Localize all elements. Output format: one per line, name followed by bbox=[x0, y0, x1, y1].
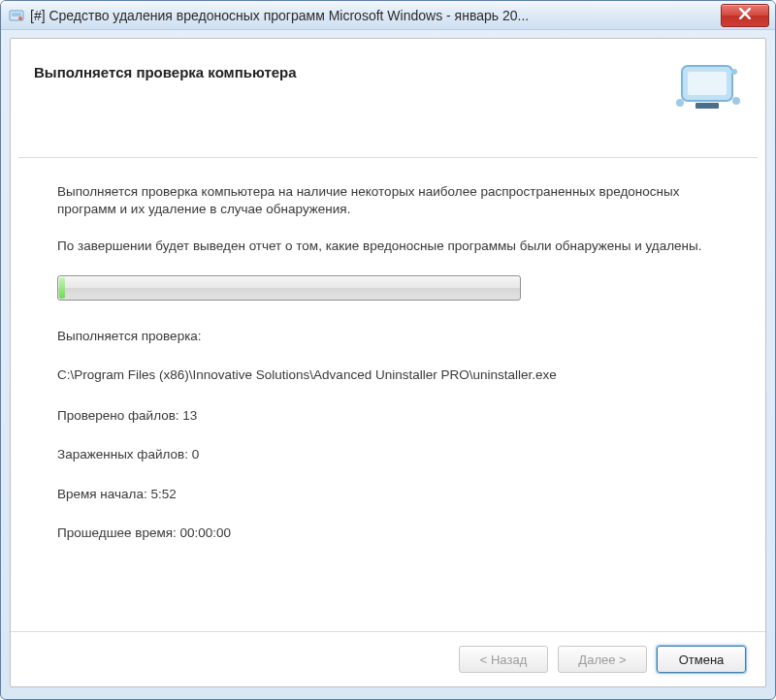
description-1: Выполняется проверка компьютера на налич… bbox=[57, 183, 719, 218]
progress-bar bbox=[57, 275, 521, 301]
elapsed-time: Прошедшее время: 00:00:00 bbox=[57, 525, 719, 542]
client-area: Выполняется проверка компьютера Выполняе… bbox=[10, 38, 766, 687]
svg-rect-4 bbox=[688, 72, 727, 95]
svg-point-2 bbox=[18, 16, 22, 20]
files-scanned-label: Проверено файлов: bbox=[57, 408, 179, 423]
close-icon bbox=[739, 8, 751, 22]
files-scanned-value: 13 bbox=[182, 408, 197, 423]
cancel-button[interactable]: Отмена bbox=[657, 646, 746, 673]
monitor-scan-icon bbox=[672, 60, 742, 114]
files-infected-value: 0 bbox=[192, 447, 200, 461]
elapsed-time-label: Прошедшее время: bbox=[57, 525, 177, 540]
status-block: Выполняется проверка: C:\Program Files (… bbox=[57, 328, 719, 542]
page-title: Выполняется проверка компьютера bbox=[34, 64, 672, 80]
start-time-value: 5:52 bbox=[150, 487, 176, 501]
description-2: По завершении будет выведен отчет о том,… bbox=[57, 238, 719, 255]
wizard-header: Выполняется проверка компьютера bbox=[11, 39, 765, 142]
current-path: C:\Program Files (x86)\Innovative Soluti… bbox=[57, 366, 719, 384]
start-time-label: Время начала: bbox=[57, 487, 147, 501]
svg-rect-5 bbox=[695, 103, 719, 109]
svg-point-7 bbox=[731, 69, 737, 75]
app-icon bbox=[9, 8, 24, 23]
start-time: Время начала: 5:52 bbox=[57, 486, 719, 503]
files-scanned: Проверено файлов: 13 bbox=[57, 407, 719, 425]
wizard-footer: < Назад Далее > Отмена bbox=[11, 631, 765, 686]
progress-fill bbox=[59, 277, 65, 299]
svg-point-8 bbox=[732, 97, 740, 105]
wizard-body: Выполняется проверка компьютера на налич… bbox=[11, 158, 765, 631]
close-button[interactable] bbox=[721, 4, 769, 27]
window-frame: [#] Средство удаления вредоносных програ… bbox=[0, 0, 776, 700]
back-button: < Назад bbox=[459, 646, 548, 673]
scanning-label: Выполняется проверка: bbox=[57, 328, 719, 345]
elapsed-time-value: 00:00:00 bbox=[180, 525, 232, 540]
svg-point-6 bbox=[676, 99, 684, 107]
next-button: Далее > bbox=[558, 646, 647, 673]
svg-rect-1 bbox=[12, 13, 21, 16]
files-infected-label: Зараженных файлов: bbox=[57, 447, 188, 461]
titlebar[interactable]: [#] Средство удаления вредоносных програ… bbox=[1, 1, 775, 30]
window-title: [#] Средство удаления вредоносных програ… bbox=[30, 8, 721, 23]
files-infected: Зараженных файлов: 0 bbox=[57, 446, 719, 463]
